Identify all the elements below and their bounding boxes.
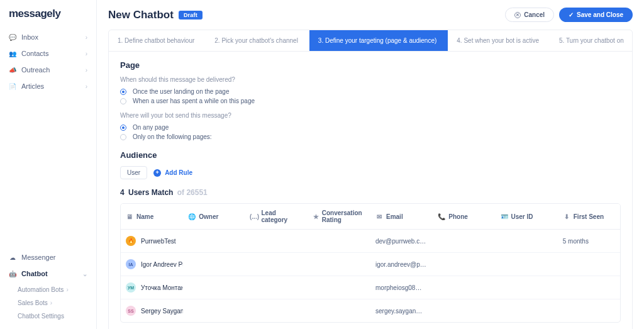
cell-owner [183,235,245,247]
id-icon: 🪪 [501,213,508,220]
sidebar-item-contacts[interactable]: 👥Contacts › [0,45,96,62]
col-lead[interactable]: (...)Lead category [246,204,308,229]
subnav-chatbot-settings[interactable]: Chatbot Settings [18,309,96,323]
avatar: IA [126,259,136,269]
brackets-icon: (...) [251,213,258,220]
question-where: Where will your bot send this message? [120,112,621,119]
contacts-icon: 👥 [9,50,16,57]
sidebar-item-label: Chatbot [21,270,48,277]
add-rule-button[interactable]: + Add Rule [153,169,192,177]
cell-lead [246,304,308,317]
sidebar-item-chatbot[interactable]: 🤖Chatbot ⌄ [0,265,96,282]
cell-firstseen [558,258,620,270]
chevron-right-icon: › [86,50,87,57]
step-2[interactable]: 2. Pick your chatbot's channel [206,30,309,51]
button-label: Cancel [524,11,545,18]
panel: 1. Define chatbot behaviour 2. Pick your… [108,30,633,329]
cell-owner [183,281,245,294]
check-icon: ✓ [569,11,574,18]
table-row[interactable]: IAIgor Andreev Purrwebigor.andreev@purrw… [121,253,620,276]
chevron-right-icon: › [86,83,87,90]
radio-following-pages[interactable]: Only on the following pages: [120,132,621,142]
plus-icon: + [153,169,161,177]
topbar: New Chatbot Draft ✕ Cancel ✓ Save and Cl… [108,8,633,22]
cell-userid [496,258,558,270]
col-phone[interactable]: 📞Phone [433,208,495,226]
step-5[interactable]: 5. Turn your chatbot on [550,30,635,51]
cell-phone [433,304,495,317]
cell-rating [308,281,370,294]
radio-label: On any page [133,124,169,131]
col-firstseen[interactable]: ⬇First Seen [558,208,620,226]
cell-email: igor.andreev@purrweb.co... [370,255,433,274]
button-label: Add Rule [165,169,192,176]
table-row[interactable]: УМУточка Монтанаmorpheiosg08@inbox.ru [121,276,620,299]
main: New Chatbot Draft ✕ Cancel ✓ Save and Cl… [97,0,644,329]
sidebar-item-label: Inbox [21,33,38,41]
cell-firstseen [558,281,620,294]
nav-primary: 💬Inbox › 👥Contacts › 📣Outreach › 📄Articl… [0,29,96,94]
cell-name: УМУточка Монтана [121,276,183,299]
subnav-automation-bots[interactable]: Automation Bots› [18,283,96,296]
col-userid[interactable]: 🪪User ID [496,208,558,226]
sidebar-item-label: Outreach [21,66,50,74]
table-head: 🖥Name 🌐Owner (...)Lead category ★Convers… [121,204,620,230]
table-row[interactable]: SSSergey Sayganovsergey.saygan@gmail.com [121,299,620,322]
cell-lead [246,281,308,294]
button-label: Save and Close [577,11,623,18]
chevron-right-icon: › [86,67,87,74]
cell-phone [433,281,495,294]
cell-owner [183,258,245,270]
sidebar-item-label: Articles [21,82,44,90]
sidebar-item-label: Messenger [21,254,55,261]
user-chip[interactable]: User [120,166,147,179]
phone-icon: 📞 [438,213,445,220]
col-owner[interactable]: 🌐Owner [183,208,245,226]
subnav-sales-bots[interactable]: Sales Bots› [18,296,96,309]
col-rating[interactable]: ★Conversation Rating [308,204,370,229]
page-heading: Page [120,60,621,70]
table-row[interactable]: 🔥PurrwebTestdev@purrweb.com5 months [121,230,620,253]
sidebar-item-messenger[interactable]: ☁Messenger [0,249,96,265]
cell-userid [496,235,558,247]
chevron-down-icon: ⌄ [82,270,87,277]
step-1[interactable]: 1. Define chatbot behaviour [109,30,206,51]
cell-rating [308,235,370,247]
col-name[interactable]: 🖥Name [121,208,183,226]
step-4[interactable]: 4. Set when your bot is active [448,30,550,51]
save-button[interactable]: ✓ Save and Close [559,8,633,22]
wizard-steps: 1. Define chatbot behaviour 2. Pick your… [109,30,632,52]
question-delivery: When should this message be delivered? [120,76,621,83]
download-icon: ⬇ [563,213,570,220]
radio-icon [120,89,126,95]
radio-icon [120,125,126,131]
sidebar-item-outreach[interactable]: 📣Outreach › [0,62,96,78]
radio-label: Only on the following pages: [133,133,212,140]
radio-label: When a user has spent a while on this pa… [133,98,255,104]
radio-spent-while[interactable]: When a user has spent a while on this pa… [120,96,621,106]
avatar: УМ [126,282,136,293]
cell-rating [308,304,370,317]
sidebar-item-inbox[interactable]: 💬Inbox › [0,29,96,45]
cancel-button[interactable]: ✕ Cancel [505,8,554,22]
cell-email: morpheiosg08@inbox.ru [370,278,433,298]
doc-icon: 📄 [9,82,16,90]
close-icon: ✕ [514,12,521,18]
cell-firstseen [558,304,620,317]
cell-phone [433,258,495,270]
radio-once-landing[interactable]: Once the user landing on the page [120,87,621,96]
monitor-icon: 🖥 [126,213,133,220]
sidebar-item-articles[interactable]: 📄Articles › [0,78,96,94]
sidebar: messagely 💬Inbox › 👥Contacts › 📣Outreach… [0,0,97,329]
match-summary: 4 Users Match of 26551 [120,188,621,197]
avatar: SS [126,306,136,316]
radio-any-page[interactable]: On any page [120,123,621,132]
brand-logo: messagely [0,8,96,29]
audience-heading: Audience [120,150,621,160]
step-3[interactable]: 3. Define your targeting (page & audienc… [309,30,448,51]
col-email[interactable]: ✉Email [370,208,433,226]
cell-userid [496,281,558,294]
megaphone-icon: 📣 [9,66,16,74]
robot-icon: 🤖 [9,270,16,277]
cell-userid [496,304,558,317]
